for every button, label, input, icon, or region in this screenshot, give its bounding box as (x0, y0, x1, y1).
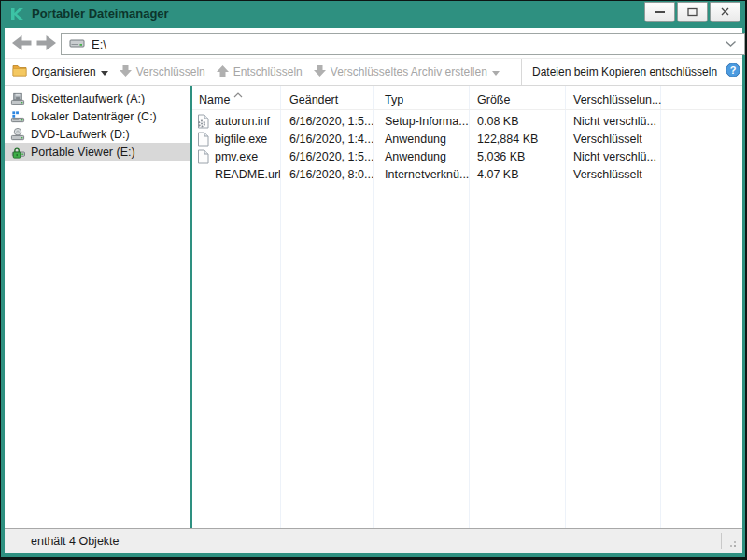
status-bar: enthält 4 Objekte (5, 528, 742, 553)
file-name-cell: README.url (192, 167, 280, 182)
sidebar-item-drive-a[interactable]: Diskettenlaufwerk (A:) (5, 90, 190, 107)
column-divider[interactable] (565, 86, 566, 528)
file-icon (195, 149, 210, 164)
portable-file-manager-window: Portabler Dateimanager (0, 0, 747, 560)
close-icon (720, 4, 730, 21)
forward-button (36, 35, 56, 54)
file-encryption-cell: Nicht verschlü... (565, 150, 660, 163)
resize-grip[interactable] (726, 538, 738, 549)
file-name: README.url (215, 168, 281, 181)
locked-drive-icon (10, 145, 25, 160)
main-area: Diskettenlaufwerk (A:) Lokaler Datenträg… (5, 86, 742, 528)
file-type-cell: Anwendung (374, 133, 469, 146)
status-bar-divider (721, 533, 722, 549)
close-button[interactable] (710, 2, 740, 22)
file-type-cell: Anwendung (374, 150, 469, 163)
column-divider[interactable] (469, 86, 470, 528)
window-controls (644, 2, 740, 22)
status-text: enthält 4 Objekte (31, 535, 120, 548)
sidebar-item-label: Portable Viewer (E:) (31, 146, 135, 159)
sidebar-item-label: DVD-Laufwerk (D:) (31, 128, 130, 141)
file-size-cell: 0.08 KB (469, 115, 565, 128)
back-button (12, 35, 32, 54)
column-divider[interactable] (660, 86, 661, 528)
setup-information-file-icon (195, 114, 210, 129)
file-type-cell: Internetverknü... (374, 168, 469, 181)
window-border (0, 0, 1, 560)
file-modified-cell: 6/16/2020, 8:0... (280, 168, 374, 181)
maximize-button[interactable] (677, 2, 708, 22)
create-encrypted-archive-button: Verschlüsseltes Archiv erstellen (314, 65, 500, 79)
organize-button[interactable]: Organisieren (12, 64, 108, 79)
encrypt-button: Verschlüsseln (120, 65, 205, 79)
column-header-size[interactable]: Größe (469, 93, 565, 106)
file-type-cell: Setup-Informa... (374, 115, 469, 128)
maximize-icon (687, 4, 698, 21)
help-icon[interactable]: ? (726, 63, 740, 81)
encrypt-label: Verschlüsseln (136, 65, 205, 78)
file-list: Name Geändert Typ Größe Verschlüsselun..… (192, 86, 742, 528)
file-name: pmv.exe (215, 150, 258, 163)
file-name-cell: bigfile.exe (192, 132, 280, 147)
file-icon (195, 132, 210, 147)
caret-down-icon (492, 65, 500, 78)
column-header-encryption[interactable]: Verschlüsselun... (565, 93, 660, 106)
caret-down-icon (101, 65, 108, 78)
file-encryption-cell: Verschlüsselt (565, 168, 660, 181)
window-border (0, 0, 747, 1)
arrow-up-icon (217, 65, 229, 79)
minimize-icon (655, 11, 665, 13)
arrow-down-icon (120, 65, 132, 79)
file-modified-cell: 6/16/2020, 1:4... (280, 133, 374, 146)
chevron-down-icon[interactable] (725, 40, 737, 48)
title-bar[interactable]: Portabler Dateimanager (0, 0, 747, 28)
file-name-cell: pmv.exe (192, 149, 280, 164)
dvd-drive-icon (10, 127, 25, 142)
decrypt-on-copy-label: Dateien beim Kopieren entschlüsseln (532, 65, 717, 78)
file-size-cell: 4.07 KB (469, 168, 565, 181)
file-encryption-cell: Verschlüsselt (565, 133, 660, 146)
minimize-button[interactable] (644, 2, 675, 22)
file-encryption-cell: Nicht verschlü... (565, 115, 660, 128)
window-title: Portabler Dateimanager (32, 7, 169, 21)
file-name: autorun.inf (215, 115, 270, 128)
file-name-cell: autorun.inf (192, 114, 280, 129)
create-encrypted-archive-label: Verschlüsseltes Archiv erstellen (331, 65, 487, 78)
navigation-bar: E:\ (5, 28, 742, 58)
column-header-modified[interactable]: Geändert (280, 93, 374, 106)
column-header-type[interactable]: Typ (374, 93, 469, 106)
svg-text:?: ? (730, 64, 737, 76)
sidebar-item-label: Diskettenlaufwerk (A:) (31, 92, 145, 105)
decrypt-on-copy-option: Dateien beim Kopieren entschlüsseln ? (521, 59, 742, 85)
column-header-row: Name Geändert Typ Größe Verschlüsselun..… (192, 86, 742, 110)
column-divider[interactable] (374, 86, 374, 528)
file-size-cell: 122,884 KB (469, 133, 565, 146)
floppy-drive-icon (10, 91, 25, 106)
file-size-cell: 5,036 KB (469, 150, 565, 163)
decrypt-button: Entschlüsseln (217, 65, 303, 79)
file-modified-cell: 6/16/2020, 1:5... (280, 115, 374, 128)
sidebar-item-drive-c[interactable]: Lokaler Datenträger (C:) (5, 107, 190, 125)
address-path: E:\ (92, 37, 106, 51)
file-modified-cell: 6/16/2020, 1:5... (280, 150, 374, 163)
drive-icon (69, 35, 85, 52)
decrypt-label: Entschlüsseln (233, 65, 303, 78)
sort-ascending-icon (233, 88, 243, 101)
arrow-down-icon (314, 65, 326, 79)
hard-drive-icon (10, 109, 25, 124)
address-bar[interactable]: E:\ (61, 33, 745, 55)
history-buttons (12, 35, 56, 54)
sidebar-item-drive-e[interactable]: Portable Viewer (E:) (5, 143, 190, 161)
kaspersky-logo-icon (9, 7, 24, 21)
sidebar-item-drive-d[interactable]: DVD-Laufwerk (D:) (5, 125, 190, 143)
drive-list: Diskettenlaufwerk (A:) Lokaler Datenträg… (5, 86, 190, 528)
blank-icon-slot (195, 167, 210, 182)
file-name: bigfile.exe (215, 133, 267, 146)
sidebar-item-label: Lokaler Datenträger (C:) (31, 110, 157, 123)
folder-icon (12, 64, 27, 79)
organize-label: Organisieren (32, 65, 96, 78)
toolbar: Organisieren Verschlüsseln Entschlüsseln (5, 58, 742, 86)
column-divider[interactable] (280, 86, 281, 528)
